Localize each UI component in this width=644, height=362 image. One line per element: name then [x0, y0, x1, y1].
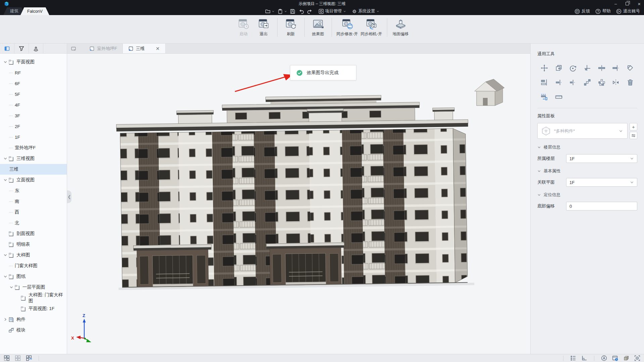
house-view-icon: [475, 79, 504, 106]
corner-angle-button[interactable]: [581, 355, 588, 362]
tree-item-west[interactable]: 西: [0, 207, 67, 218]
sync-edit-button[interactable]: 同步修改-开: [335, 18, 359, 37]
maximize-button[interactable]: [626, 2, 629, 5]
tree-group-first-floor-plan-sheet[interactable]: 一层平面图: [0, 282, 67, 293]
launch-button[interactable]: 启动: [234, 18, 254, 37]
bottom-offset-input[interactable]: 0: [566, 202, 637, 210]
align-right-tool[interactable]: [568, 78, 577, 87]
tree-item-1f[interactable]: 1F: [0, 132, 67, 142]
tree-group-plan-views[interactable]: 平面视图: [0, 57, 67, 67]
tree-item-6f[interactable]: 6F: [0, 78, 67, 89]
tree-group-detail-views[interactable]: 大样图: [0, 250, 67, 260]
section-position-info[interactable]: 定位信息: [537, 192, 637, 198]
filter-icon: [19, 46, 24, 51]
tree-group-components[interactable]: 构件: [0, 314, 67, 325]
tree-item-3f[interactable]: 3F: [0, 110, 67, 121]
close-button[interactable]: ×: [638, 1, 641, 6]
tree-group-modules[interactable]: 模块: [0, 325, 67, 336]
tree-item-5f[interactable]: 5F: [0, 89, 67, 100]
array-diagonal-tool[interactable]: [583, 78, 592, 87]
tree-item-north[interactable]: 北: [0, 218, 67, 228]
locate-button[interactable]: [29, 44, 43, 54]
tree-item-site-floor[interactable]: 室外地坪F: [0, 142, 67, 153]
close-tab-icon[interactable]: ✕: [156, 46, 160, 51]
tree-group-schedules[interactable]: 明细表: [0, 239, 67, 250]
deselect-button[interactable]: [14, 355, 21, 362]
panel-toggle-button[interactable]: [0, 44, 14, 54]
trim-extend-tool[interactable]: [583, 64, 592, 72]
invert-selection-button[interactable]: [26, 355, 32, 362]
section-basic-props[interactable]: 基本属性: [537, 168, 637, 174]
match-tool[interactable]: [626, 64, 635, 72]
split-tool[interactable]: [597, 64, 606, 72]
tree-group-sheets[interactable]: 图纸: [0, 271, 67, 282]
export-complete-toast: 效果图导出完成: [290, 65, 356, 80]
open-file-button[interactable]: [265, 9, 275, 14]
tree-item-plan-view-1f[interactable]: 平面视图: 1F: [0, 303, 67, 314]
stack-align-tool[interactable]: [540, 78, 549, 87]
view-tab-site-floor[interactable]: 室外地坪F: [84, 44, 123, 53]
undo-button[interactable]: [298, 8, 304, 14]
auto-letter-button[interactable]: [601, 355, 607, 362]
field-label-associated-plane: 关联平面: [537, 179, 566, 185]
rotate-tool[interactable]: [568, 64, 577, 72]
model-3d-canvas[interactable]: Z X 效果图导出完成 ❮: [67, 54, 530, 354]
measure-icon: [555, 93, 563, 101]
add-button[interactable]: +: [630, 123, 637, 130]
tree-item-2f[interactable]: 2F: [0, 121, 67, 132]
filter-button[interactable]: [14, 44, 29, 54]
ribbon-tab-falconv[interactable]: FalconV: [20, 7, 49, 15]
save-button[interactable]: [290, 9, 295, 14]
sync-camera-button[interactable]: 同步相机-开: [359, 18, 384, 37]
view-tab-3d[interactable]: 三维 ✕: [123, 44, 165, 53]
align-center-tool[interactable]: [611, 64, 620, 72]
tree-item-3d[interactable]: 三维: [0, 164, 67, 175]
redo-button[interactable]: [307, 8, 313, 14]
section-floor-info[interactable]: 楼层信息: [537, 144, 637, 150]
copy-tool[interactable]: [554, 64, 563, 72]
render-image-button[interactable]: 效果图: [308, 18, 328, 37]
mirror-tool[interactable]: [611, 78, 620, 87]
sidebar-collapse-handle[interactable]: ❮: [67, 190, 71, 203]
property-list-button[interactable]: [630, 132, 637, 139]
system-settings-menu[interactable]: 系统设置: [352, 8, 379, 14]
tree-group-sections[interactable]: 剖面视图: [0, 228, 67, 239]
tree-item-south[interactable]: 南: [0, 196, 67, 207]
exit-button[interactable]: 退出: [254, 18, 274, 37]
minimize-button[interactable]: –: [614, 2, 617, 6]
feedback-button[interactable]: 反馈: [575, 8, 590, 14]
tree-item-east[interactable]: 东: [0, 185, 67, 196]
align-left-tool[interactable]: [554, 78, 563, 87]
project-management-menu[interactable]: 项目管理: [318, 8, 346, 14]
chevron-down-icon: [619, 129, 623, 133]
floor-select[interactable]: 1F: [566, 154, 637, 163]
solid-box-button[interactable]: [623, 355, 630, 362]
refresh-button[interactable]: 刷新: [281, 18, 301, 37]
paste-button[interactable]: [278, 9, 287, 14]
help-button[interactable]: 帮助: [595, 8, 611, 14]
tree-group-3d-views[interactable]: 三维视图: [0, 153, 67, 164]
tree-item-door-window-detail[interactable]: 门窗大样图: [0, 260, 67, 271]
zoom-selection-button[interactable]: [634, 355, 641, 362]
offset-tool[interactable]: [540, 93, 549, 101]
select-all-button[interactable]: [3, 355, 10, 362]
tree-item-4f[interactable]: 4F: [0, 100, 67, 110]
tab-list-button[interactable]: [67, 44, 80, 53]
window-history-button[interactable]: [612, 355, 618, 362]
delete-tool[interactable]: [626, 78, 635, 87]
component-type-selector[interactable]: *多种构件*: [537, 123, 628, 139]
move-tool[interactable]: [540, 64, 549, 72]
tree-group-elevations[interactable]: 立面视图: [0, 175, 67, 185]
associated-plane-select[interactable]: 1F: [566, 178, 637, 187]
array-radial-tool[interactable]: [597, 78, 606, 87]
expand-tabs-icon: [71, 46, 76, 51]
logout-button[interactable]: 退出账号: [616, 8, 640, 14]
view-icon: [20, 295, 26, 301]
measure-tool[interactable]: [554, 93, 563, 101]
deselect-icon: [14, 355, 21, 362]
ground-offset-button[interactable]: 地面偏移: [391, 18, 411, 37]
layer-list-button[interactable]: [570, 355, 577, 362]
tree-item-detail-door-window[interactable]: 大样图: 门窗大样图: [0, 293, 67, 303]
tree-item-rf[interactable]: RF: [0, 67, 67, 78]
panel-toggle-icon: [4, 46, 10, 51]
